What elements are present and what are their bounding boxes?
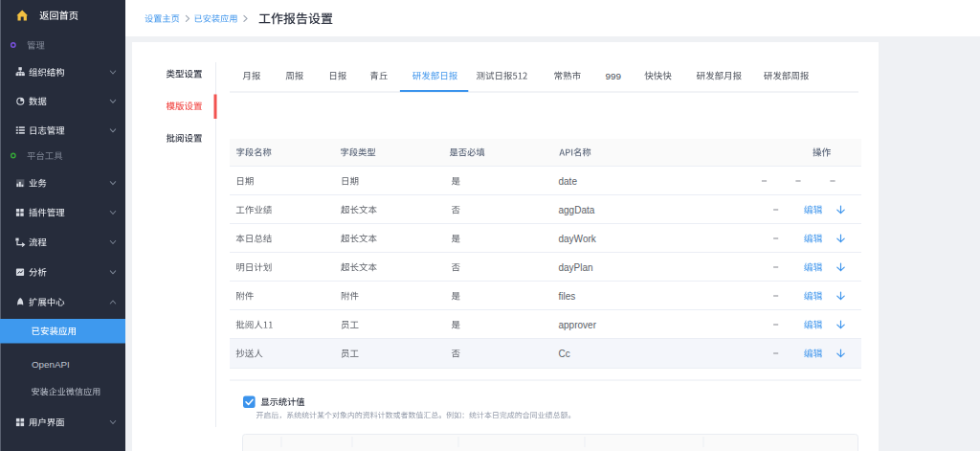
svg-text:date: date [559,176,578,187]
svg-text:Cc: Cc [559,349,570,359]
svg-text:dayWork: dayWork [559,234,597,244]
svg-text:approver: approver [559,320,597,330]
svg-text:aggData: aggData [559,205,595,215]
svg-text:OpenAPI: OpenAPI [32,359,70,370]
svg-text:999: 999 [606,71,622,81]
svg-text:files: files [559,291,576,302]
svg-text:dayPlan: dayPlan [559,262,593,273]
